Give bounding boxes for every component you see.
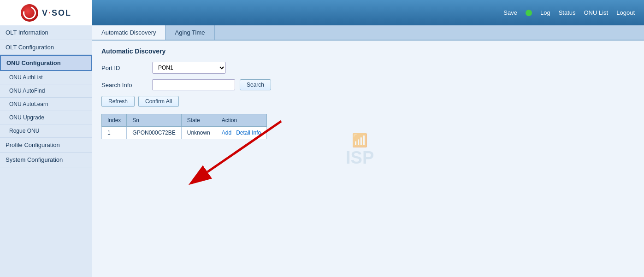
sidebar-item-onu-config[interactable]: ONU Configuration xyxy=(0,55,92,71)
log-link[interactable]: Log xyxy=(540,9,550,16)
header-nav: Save Log Status ONU List Logout xyxy=(92,0,644,25)
logo-text: V·SOL xyxy=(42,9,71,17)
discovery-table: Index Sn State Action 1 GPON000C72BE Unk… xyxy=(101,114,267,139)
tab-aging-time[interactable]: Aging Time xyxy=(165,25,214,40)
logo-section: V·SOL xyxy=(0,0,92,25)
isp-watermark: 📶 ISP xyxy=(346,133,374,168)
main-layout: OLT Information OLT Configuration ONU Co… xyxy=(0,25,644,277)
port-id-select[interactable]: PON1 PON2 PON3 PON4 xyxy=(152,62,226,74)
confirm-all-button[interactable]: Confirm All xyxy=(138,96,179,107)
tabs-bar: Automatic Discovery Aging Time xyxy=(92,25,644,41)
sidebar: OLT Information OLT Configuration ONU Co… xyxy=(0,25,92,277)
sidebar-item-olt-info[interactable]: OLT Information xyxy=(0,25,92,40)
sidebar-item-onu-autolearn[interactable]: ONU AutoLearn xyxy=(0,98,92,111)
port-id-row: Port ID PON1 PON2 PON3 PON4 xyxy=(101,62,635,74)
cell-state: Unknown xyxy=(181,127,216,139)
col-state: State xyxy=(181,114,216,127)
sidebar-item-olt-config[interactable]: OLT Configuration xyxy=(0,40,92,55)
onu-list-link[interactable]: ONU List xyxy=(584,9,609,16)
header: V·SOL Save Log Status ONU List Logout xyxy=(0,0,644,25)
search-info-label: Search Info xyxy=(101,82,148,88)
logo-brand: V·SOL xyxy=(42,9,71,17)
sidebar-item-rogue-onu[interactable]: Rogue ONU xyxy=(0,124,92,138)
port-id-label: Port ID xyxy=(101,65,148,71)
status-link[interactable]: Status xyxy=(559,9,576,16)
main-content: Automatic Discovery Aging Time Automatic… xyxy=(92,25,644,277)
tab-automatic-discovery[interactable]: Automatic Discovery xyxy=(92,25,165,40)
page-title: Automatic Discovery xyxy=(101,47,635,55)
cell-action: Add Detail Info xyxy=(216,127,266,139)
action-buttons-row: Refresh Confirm All xyxy=(101,96,635,107)
col-index: Index xyxy=(102,114,127,127)
logo-icon xyxy=(21,4,38,22)
cell-sn: GPON000C72BE xyxy=(127,127,181,139)
logout-link[interactable]: Logout xyxy=(616,9,635,16)
col-sn: Sn xyxy=(127,114,181,127)
sidebar-item-onu-authlist[interactable]: ONU AuthList xyxy=(0,71,92,84)
table-row: 1 GPON000C72BE Unknown Add Detail Info xyxy=(102,127,267,139)
add-link[interactable]: Add xyxy=(222,130,231,136)
save-button[interactable]: Save xyxy=(503,9,517,16)
col-action: Action xyxy=(216,114,266,127)
cell-index: 1 xyxy=(102,127,127,139)
content-area: Automatic Discovery Port ID PON1 PON2 PO… xyxy=(92,41,644,146)
detail-info-link[interactable]: Detail Info xyxy=(236,130,261,136)
refresh-button[interactable]: Refresh xyxy=(101,96,135,107)
status-indicator xyxy=(526,10,532,16)
search-info-input[interactable] xyxy=(152,79,235,90)
search-info-row: Search Info Search xyxy=(101,79,635,90)
sidebar-item-profile-config[interactable]: Profile Configuration xyxy=(0,138,92,153)
sidebar-item-onu-autofind[interactable]: ONU AutoFind xyxy=(0,84,92,98)
logo-inner-ring xyxy=(21,4,38,21)
search-button[interactable]: Search xyxy=(240,79,271,90)
sidebar-item-system-config[interactable]: System Configuration xyxy=(0,153,92,167)
sidebar-item-onu-upgrade[interactable]: ONU Upgrade xyxy=(0,111,92,124)
